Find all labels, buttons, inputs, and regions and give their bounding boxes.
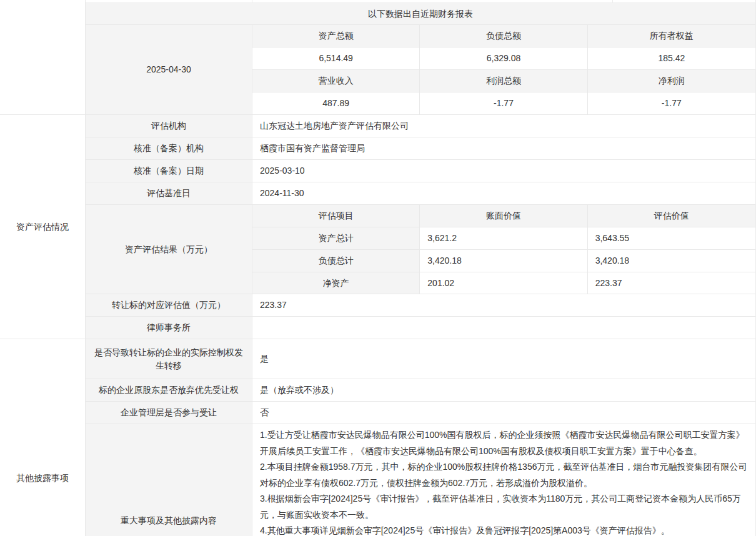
fin-value-cell: -1.77: [420, 92, 587, 114]
fin-value-cell: 6,329.08: [420, 47, 587, 70]
major-items-label: 重大事项及其他披露内容: [86, 424, 252, 536]
field-value: 是（放弃或不涉及）: [252, 379, 755, 401]
field-value: [252, 317, 755, 339]
eval-header-cell: 评估价值: [588, 205, 755, 227]
financial-table: 资产总额 负债总额 所有者权益 6,514.49 6,329.08 185.42…: [252, 25, 755, 114]
disclosure-paragraph: 2.本项目挂牌金额1958.7万元，其中，标的企业100%股权挂牌价格1356万…: [260, 459, 748, 491]
field-label: 核准（备案）机构: [86, 137, 252, 159]
eval-header-cell: 账面价值: [420, 205, 587, 227]
evaluation-result-block: 资产评估结果（万元） 评估项目 账面价值 评估价值 资产总计 3,621.2 3…: [86, 205, 755, 294]
eval-value-cell: 3,420.18: [588, 250, 755, 272]
field-row: 评估基准日 2024-11-30: [86, 182, 755, 205]
eval-value-cell: 3,643.55: [588, 227, 755, 250]
asset-evaluation-section-title: 资产评估情况: [0, 115, 86, 339]
field-label: 评估机构: [86, 115, 252, 137]
fin-header-cell: 负债总额: [420, 25, 587, 47]
clipped-cell: [613, 0, 755, 2]
fin-header-cell: 资产总额: [252, 25, 420, 47]
field-value: 223.37: [252, 294, 755, 316]
disclosure-paragraph: 4.其他重大事项详见烟新会审字[2024]25号《审计报告》及鲁冠评报字[202…: [260, 523, 748, 536]
field-row: 评估机构 山东冠达土地房地产资产评估有限公司: [86, 115, 755, 137]
fin-value-cell: 487.89: [252, 92, 420, 114]
financials-section: 以下数据出自近期财务报表 2025-04-30 资产总额 负债总额 所有者权益 …: [0, 0, 755, 115]
other-disclosure-section: 其他披露事项 是否导致转让标的企业的实际控制权发生转移 是 标的企业原股东是否放…: [0, 339, 755, 536]
fin-header-cell: 利润总额: [420, 70, 587, 92]
asset-evaluation-section-body: 评估机构 山东冠达土地房地产资产评估有限公司 核准（备案）机构 栖霞市国有资产监…: [86, 115, 755, 339]
clipped-cell: [86, 0, 252, 2]
fin-header-cell: 所有者权益: [588, 25, 755, 47]
field-label: 评估基准日: [86, 182, 252, 204]
field-value: 山东冠达土地房地产资产评估有限公司: [252, 115, 755, 137]
financials-section-label-empty: [0, 0, 86, 114]
field-label: 标的企业原股东是否放弃优先受让权: [86, 379, 252, 401]
eval-item-cell: 负债总计: [252, 250, 420, 272]
eval-value-cell: 223.37: [588, 272, 755, 294]
field-row: 标的企业原股东是否放弃优先受让权 是（放弃或不涉及）: [86, 379, 755, 402]
field-row: 核准（备案）机构 栖霞市国有资产监督管理局: [86, 137, 755, 160]
other-disclosure-section-title: 其他披露事项: [0, 339, 86, 536]
financial-table-block: 2025-04-30 资产总额 负债总额 所有者权益 6,514.49 6,32…: [86, 25, 755, 114]
field-label: 核准（备案）日期: [86, 160, 252, 182]
major-items-row: 重大事项及其他披露内容 1.受让方受让栖霞市安达民爆物品有限公司100%国有股权…: [86, 424, 755, 536]
asset-evaluation-section: 资产评估情况 评估机构 山东冠达土地房地产资产评估有限公司 核准（备案）机构 栖…: [0, 115, 755, 339]
other-disclosure-section-body: 是否导致转让标的企业的实际控制权发生转移 是 标的企业原股东是否放弃优先受让权 …: [86, 339, 755, 536]
listing-detail-table: 以下数据出自近期财务报表 2025-04-30 资产总额 负债总额 所有者权益 …: [0, 0, 756, 536]
eval-item-cell: 资产总计: [252, 227, 420, 250]
field-row: 企业管理层是否参与受让 否: [86, 402, 755, 424]
field-value: 2025-03-10: [252, 160, 755, 182]
financial-note-text: 以下数据出自近期财务报表: [368, 7, 473, 21]
field-value: 否: [252, 402, 755, 424]
field-value: 2024-11-30: [252, 182, 755, 204]
field-label: 是否导致转让标的企业的实际控制权发生转移: [86, 339, 252, 379]
eval-value-cell: 3,420.18: [420, 250, 587, 272]
disclosure-paragraph: 3.根据烟新会审字[2024]25号《审计报告》，截至评估基准日，实收资本为11…: [260, 491, 748, 523]
field-row: 律师事务所: [86, 317, 755, 339]
field-row: 核准（备案）日期 2025-03-10: [86, 160, 755, 182]
eval-value-cell: 201.02: [420, 272, 587, 294]
eval-value-cell: 3,621.2: [420, 227, 587, 250]
field-label: 律师事务所: [86, 317, 252, 339]
financial-note-row: 以下数据出自近期财务报表: [86, 3, 755, 25]
fin-header-cell: 营业收入: [252, 70, 420, 92]
fin-header-cell: 净利润: [588, 70, 755, 92]
fin-value-cell: 6,514.49: [252, 47, 420, 70]
eval-header-cell: 评估项目: [252, 205, 420, 227]
report-date: 2025-04-30: [86, 25, 252, 114]
evaluation-result-label: 资产评估结果（万元）: [86, 205, 252, 294]
eval-item-cell: 净资产: [252, 272, 420, 294]
disclosure-paragraph: 1.受让方受让栖霞市安达民爆物品有限公司100%国有股权后，标的企业须按照《栖霞…: [260, 427, 748, 459]
field-row: 转让标的对应评估值（万元） 223.37: [86, 294, 755, 317]
evaluation-result-table: 评估项目 账面价值 评估价值 资产总计 3,621.2 3,643.55 负债总…: [252, 205, 755, 294]
field-value: 是: [252, 339, 755, 379]
field-label: 企业管理层是否参与受让: [86, 402, 252, 424]
field-label: 转让标的对应评估值（万元）: [86, 294, 252, 316]
field-row: 是否导致转让标的企业的实际控制权发生转移 是: [86, 339, 755, 379]
field-value: 栖霞市国有资产监督管理局: [252, 137, 755, 159]
major-items-content: 1.受让方受让栖霞市安达民爆物品有限公司100%国有股权后，标的企业须按照《栖霞…: [252, 424, 755, 536]
fin-value-cell: 185.42: [588, 47, 755, 70]
financials-section-body: 以下数据出自近期财务报表 2025-04-30 资产总额 负债总额 所有者权益 …: [86, 0, 755, 114]
fin-value-cell: -1.77: [588, 92, 755, 114]
clipped-cell: [252, 0, 613, 2]
